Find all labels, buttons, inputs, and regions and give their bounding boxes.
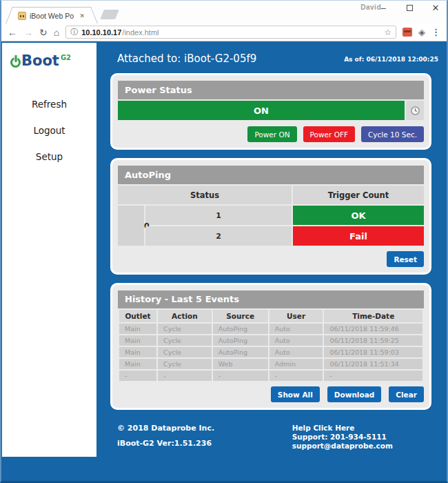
history-col-time: Time-Date — [324, 310, 422, 322]
cell-source: AutoPing — [213, 347, 268, 357]
footer-right: Help Click Here Support: 201-934-5111 su… — [292, 424, 393, 451]
back-icon[interactable]: ← — [8, 28, 17, 37]
sidebar-menu: Refresh Logout Setup — [2, 97, 96, 164]
support-email[interactable]: support@dataprobe.com — [292, 442, 393, 451]
cell-action: Cycle — [158, 359, 212, 369]
bookmark-star-icon[interactable]: ☆ — [384, 28, 391, 37]
window-controls: – ✕ — [378, 2, 441, 13]
cell-user: Auto — [269, 324, 323, 334]
cycle-button[interactable]: Cycle 10 Sec. — [361, 126, 424, 142]
page-footer: © 2018 Dataprobe Inc. iBoot-G2 Ver:1.51.… — [96, 410, 447, 451]
status-timer-button[interactable] — [406, 101, 424, 120]
cell-outlet: - — [119, 371, 156, 381]
tab-close-icon[interactable]: ✕ — [77, 11, 87, 21]
close-icon[interactable]: ✕ — [430, 2, 441, 13]
cell-time: 06/11/2018 11:51:34 — [324, 359, 422, 369]
cell-action: Cycle — [158, 347, 212, 357]
cell-source: AutoPing — [213, 335, 268, 346]
version-text: iBoot-G2 Ver:1.51.236 — [117, 439, 214, 448]
autoping-col-trigger: Trigger Count — [293, 186, 424, 204]
cell-outlet: Main — [119, 324, 156, 334]
power-status-card: Power Status ON Power ON Power OFF Cycle… — [110, 73, 431, 150]
history-header: History - Last 5 Events — [118, 290, 424, 308]
new-tab-button[interactable] — [100, 10, 119, 19]
download-button[interactable]: Download — [327, 386, 382, 402]
reload-icon[interactable]: ↻ — [39, 28, 48, 37]
power-symbol-icon — [10, 57, 21, 68]
show-all-button[interactable]: Show All — [271, 386, 320, 402]
history-table: Outlet Action Source User Time-Date Main… — [118, 308, 424, 382]
tab-title: iBoot Web Power Switch — [30, 12, 74, 20]
cell-user: Admin — [269, 359, 323, 369]
attached-title: Attached to: iBoot-G2-05f9 — [117, 52, 256, 65]
power-buttons: Power ON Power OFF Cycle 10 Sec. — [118, 126, 424, 142]
cell-action: - — [158, 371, 212, 381]
reset-button[interactable]: Reset — [387, 251, 424, 267]
browser-window: iBoot Web Power Switch ✕ David – ✕ ← → ↻… — [0, 0, 448, 483]
cell-action: Cycle — [158, 324, 212, 334]
url-host: 10.10.10.17 — [81, 28, 121, 37]
address-bar: ← → ↻ ⌂ ⓘ 10.10.10.17/index.html ☆ ◈ ⋮ — [1, 23, 447, 41]
sidebar-item-logout[interactable]: Logout — [28, 123, 70, 138]
cell-outlet: Main — [119, 347, 156, 357]
as-of-timestamp: As of: 06/11/2018 12:00:25 — [344, 56, 438, 65]
table-row: Main Cycle Web Admin 06/11/2018 11:51:34 — [119, 359, 422, 369]
minimize-icon[interactable]: – — [378, 2, 389, 13]
cell-outlet: Main — [119, 359, 156, 369]
extension-diamond-icon[interactable]: ◈ — [418, 27, 425, 37]
browser-tab[interactable]: iBoot Web Power Switch ✕ — [15, 7, 88, 23]
url-input[interactable]: ⓘ 10.10.10.17/index.html ☆ — [65, 26, 396, 39]
cell-outlet: Main — [119, 335, 156, 346]
autoping-row-index: 2 — [145, 226, 292, 246]
help-link[interactable]: Help Click Here — [292, 424, 393, 433]
sidebar-item-refresh[interactable]: Refresh — [26, 97, 72, 112]
history-col-user: User — [269, 310, 323, 322]
autoping-status-ok: OK — [293, 206, 424, 225]
cell-source: - — [213, 371, 268, 381]
autoping-trigger-count: 0 — [118, 206, 144, 246]
extension-red-icon[interactable] — [403, 28, 412, 37]
cell-time: 06/11/2018 11:59:03 — [324, 347, 422, 357]
autoping-table: Status Trigger Count 1 OK 0 2 Fail — [118, 186, 424, 246]
power-on-button[interactable]: Power ON — [247, 126, 296, 142]
page-content: Boot G2 Refresh Logout Setup Attached to… — [1, 41, 447, 483]
autoping-col-status: Status — [118, 186, 292, 204]
main-area: Attached to: iBoot-G2-05f9 As of: 06/11/… — [96, 41, 447, 483]
iboot-logo: Boot G2 — [2, 43, 96, 69]
history-col-source: Source — [213, 310, 268, 322]
cell-time: 06/11/2018 11:59:46 — [324, 324, 422, 334]
page-header: Attached to: iBoot-G2-05f9 As of: 06/11/… — [96, 41, 447, 65]
cell-user: Auto — [269, 335, 323, 346]
autoping-actions: Reset — [118, 251, 424, 267]
autoping-card: AutoPing Status Trigger Count 1 OK 0 2 F… — [110, 158, 431, 275]
power-off-button[interactable]: Power OFF — [303, 126, 355, 142]
cell-action: Cycle — [158, 335, 212, 346]
history-header-row: Outlet Action Source User Time-Date — [119, 310, 422, 322]
cell-time: - — [324, 371, 422, 381]
history-actions: Show All Download Clear — [118, 386, 424, 402]
browser-menu-icon[interactable]: ⋮ — [431, 27, 440, 37]
browser-titlebar: iBoot Web Power Switch ✕ David – ✕ — [1, 1, 447, 23]
cell-source: Web — [213, 359, 268, 369]
cell-user: - — [269, 371, 323, 381]
clock-icon — [411, 106, 420, 115]
sidebar: Boot G2 Refresh Logout Setup — [2, 43, 96, 457]
home-icon[interactable]: ⌂ — [54, 28, 59, 37]
sidebar-item-setup[interactable]: Setup — [30, 149, 68, 164]
outlet-favicon-icon — [18, 12, 26, 20]
logo-g2-text: G2 — [61, 54, 71, 61]
footer-left: © 2018 Dataprobe Inc. iBoot-G2 Ver:1.51.… — [117, 424, 214, 451]
clear-button[interactable]: Clear — [389, 386, 424, 402]
info-icon[interactable]: ⓘ — [70, 27, 78, 37]
table-row: - - - - - — [119, 371, 422, 381]
maximize-icon[interactable] — [404, 2, 415, 13]
power-status-row: ON — [118, 101, 424, 120]
history-card: History - Last 5 Events Outlet Action So… — [110, 283, 431, 410]
power-state-bar: ON — [118, 101, 405, 120]
autoping-row-index: 1 — [145, 206, 292, 225]
logo-text: Boot — [21, 52, 59, 69]
autoping-status-fail: Fail — [293, 226, 424, 246]
table-row: Main Cycle AutoPing Auto 06/11/2018 11:5… — [119, 324, 422, 334]
history-col-outlet: Outlet — [119, 310, 156, 322]
forward-icon: → — [23, 28, 33, 37]
